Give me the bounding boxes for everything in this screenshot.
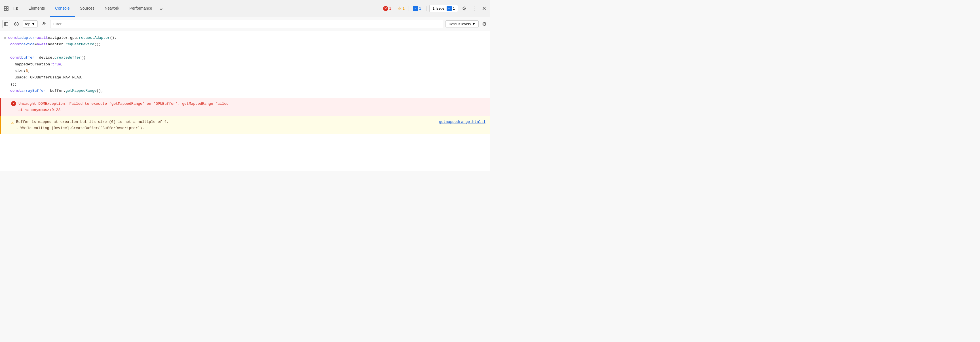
badge-divider bbox=[409, 6, 409, 11]
warning-triangle-icon: ⚠ bbox=[398, 6, 401, 11]
error-message: ✕ Uncaught DOMException: Failed to execu… bbox=[0, 98, 490, 116]
warning-text-main: Buffer is mapped at creation but its siz… bbox=[16, 119, 169, 125]
code-line-3: const buffer = device. createBuffer ({ bbox=[10, 54, 485, 61]
badge-divider-2 bbox=[426, 6, 426, 11]
code-line-5: size: 6 , bbox=[10, 68, 485, 74]
issues-badge[interactable]: 1 Issue: ≡ 1 bbox=[429, 5, 458, 12]
warning-message-icon: ⚠ bbox=[11, 119, 14, 127]
code-line-1: ▶ const adapter = await navigator.gpu. r… bbox=[10, 35, 485, 41]
error-text-location: at <anonymous>:9:28 bbox=[18, 107, 229, 113]
settings-gear-icon[interactable]: ⚙ bbox=[461, 4, 468, 13]
error-circle-icon: ✕ bbox=[383, 6, 388, 11]
more-tabs-button[interactable]: » bbox=[158, 0, 165, 17]
main-tab-list: Elements Console Sources Network Perform… bbox=[23, 0, 165, 17]
error-message-icon: ✕ bbox=[11, 101, 16, 106]
tab-network[interactable]: Network bbox=[100, 0, 124, 17]
svg-rect-0 bbox=[4, 6, 6, 8]
svg-rect-4 bbox=[14, 7, 16, 10]
toolbar-right: ✕ 1 ⚠ 1 ≡ 1 1 Issue: ≡ 1 ⚙ ⋮ ✕ bbox=[381, 4, 488, 13]
issues-info-icon: ≡ bbox=[447, 6, 452, 11]
error-text-main: Uncaught DOMException: Failed to execute… bbox=[18, 101, 229, 107]
log-levels-dropdown[interactable]: Default levels ▼ bbox=[445, 21, 479, 27]
levels-dropdown-arrow: ▼ bbox=[472, 22, 476, 26]
svg-rect-5 bbox=[17, 8, 18, 10]
console-toolbar: top ▼ 👁 Default levels ▼ ⚙ bbox=[0, 17, 490, 31]
kebab-menu-button[interactable]: ⋮ bbox=[471, 4, 478, 13]
code-line-2: const device = await adapter. requestDev… bbox=[10, 41, 485, 48]
tab-elements[interactable]: Elements bbox=[23, 0, 50, 17]
toolbar-device-icons bbox=[2, 5, 20, 13]
show-live-expression-button[interactable]: 👁 bbox=[40, 20, 48, 28]
svg-rect-1 bbox=[6, 6, 8, 8]
svg-rect-3 bbox=[6, 8, 8, 11]
svg-rect-6 bbox=[5, 22, 8, 26]
inspect-element-button[interactable] bbox=[2, 5, 10, 13]
badge-group: ✕ 1 ⚠ 1 ≡ 1 bbox=[381, 5, 424, 12]
svg-line-9 bbox=[16, 23, 17, 25]
warning-message: ⚠ Buffer is mapped at creation but its s… bbox=[0, 116, 490, 134]
context-selector[interactable]: top ▼ bbox=[23, 21, 38, 27]
clear-console-button[interactable] bbox=[13, 20, 21, 28]
warning-row-main: Buffer is mapped at creation but its siz… bbox=[16, 119, 485, 125]
close-devtools-button[interactable]: ✕ bbox=[480, 4, 488, 13]
context-dropdown-arrow: ▼ bbox=[32, 22, 35, 26]
filter-input[interactable] bbox=[50, 20, 443, 28]
error-badge[interactable]: ✕ 1 bbox=[381, 5, 394, 12]
tab-performance[interactable]: Performance bbox=[124, 0, 157, 17]
code-block: ▶ const adapter = await navigator.gpu. r… bbox=[0, 31, 490, 98]
tab-console[interactable]: Console bbox=[50, 0, 75, 17]
tab-sources[interactable]: Sources bbox=[75, 0, 100, 17]
code-line-7: }); bbox=[10, 81, 485, 87]
console-content: ▶ const adapter = await navigator.gpu. r… bbox=[0, 31, 490, 171]
warning-badge[interactable]: ⚠ 1 bbox=[395, 5, 407, 12]
warning-text-sub: - While calling [Device].CreateBuffer([B… bbox=[16, 125, 485, 131]
info-square-icon: ≡ bbox=[413, 6, 418, 11]
device-toolbar-button[interactable] bbox=[12, 5, 20, 13]
code-line-blank bbox=[10, 48, 485, 54]
expand-arrow[interactable]: ▶ bbox=[5, 35, 6, 41]
console-settings-gear-icon[interactable]: ⚙ bbox=[481, 20, 488, 28]
code-line-8: const arrayBuffer = buffer. getMappedRan… bbox=[10, 87, 485, 94]
top-toolbar: Elements Console Sources Network Perform… bbox=[0, 0, 490, 17]
code-line-4: mappedAtCreation: true , bbox=[10, 61, 485, 68]
sidebar-toggle-button[interactable] bbox=[2, 20, 10, 28]
warning-source-link[interactable]: getmappedrange.html:1 bbox=[439, 119, 485, 125]
code-line-6: usage: GPUBufferUsage.MAP_READ, bbox=[10, 74, 485, 81]
info-badge[interactable]: ≡ 1 bbox=[410, 5, 423, 12]
svg-rect-2 bbox=[4, 8, 6, 11]
